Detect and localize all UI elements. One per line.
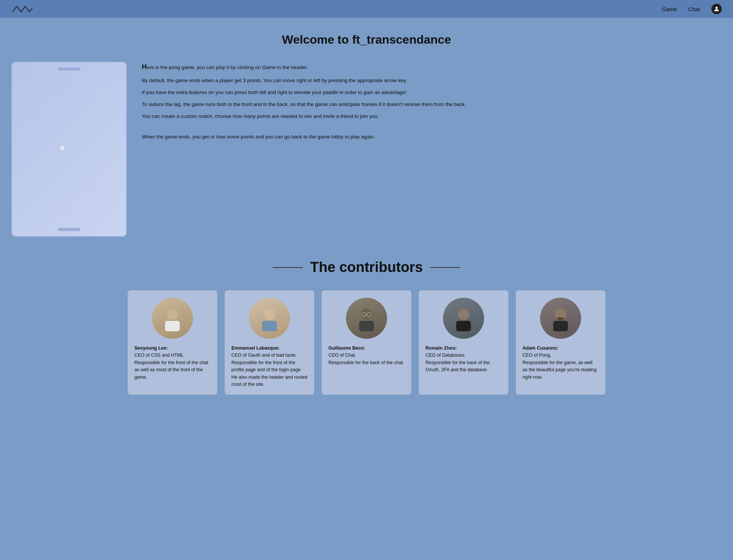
chat-nav-link[interactable]: Chat <box>688 6 700 12</box>
svg-point-22 <box>557 317 564 320</box>
pong-game-preview <box>11 62 127 237</box>
adam-desc: Responsible for the game, as well as the… <box>523 360 596 380</box>
guillaume-name: Guillaume Beco: <box>328 345 365 351</box>
intro-line-4: To reduce the lag, the game runs both in… <box>142 100 722 109</box>
emmanuel-role: CEO of Oauth and of bad taste. <box>231 353 297 358</box>
adam-role: CEO of Pong. <box>523 353 551 358</box>
pong-ball <box>60 146 65 150</box>
contributors-grid: Seoyoung Lee: CEO of CSS and HTML. Respo… <box>11 290 722 395</box>
contributors-section: The contributors Seoyoung Lee: CEO of CS… <box>11 259 722 395</box>
contributors-title: The contributors <box>310 259 423 275</box>
seoyoung-avatar <box>152 298 193 339</box>
guillaume-avatar <box>346 298 387 339</box>
emmanuel-avatar <box>249 298 290 339</box>
svg-rect-9 <box>359 321 374 331</box>
emmanuel-name: Emmanuel Labasque: <box>231 345 280 351</box>
romain-desc: Responsible for the back of the OAuth, 2… <box>425 360 490 372</box>
intro-section: Here is the pong game, you can play it b… <box>11 62 722 237</box>
profile-icon-button[interactable] <box>711 4 722 14</box>
intro-description: Here is the pong game, you can play it b… <box>142 62 722 237</box>
site-header: Game Chat <box>0 0 733 18</box>
svg-rect-21 <box>553 321 568 331</box>
intro-line-2: By default, the game ends when a player … <box>142 76 722 85</box>
adam-avatar <box>540 298 581 339</box>
title-line-left <box>273 267 303 268</box>
intro-line-3: If you have the extra features on you ca… <box>142 88 722 97</box>
seoyoung-desc: Responsible for the front of the chat as… <box>134 360 208 380</box>
emmanuel-info: Emmanuel Labasque: CEO of Oauth and of b… <box>231 345 308 388</box>
adam-name: Adam Cusanno: <box>523 345 558 351</box>
welcome-title: Welcome to ft_transcendance <box>11 33 722 47</box>
guillaume-role: CEO of Chat. <box>328 353 356 358</box>
contributors-title-row: The contributors <box>11 259 722 275</box>
romain-name: Romain Zhou: <box>425 345 457 351</box>
romain-avatar <box>443 298 484 339</box>
seoyoung-info: Seoyoung Lee: CEO of CSS and HTML. Respo… <box>134 345 210 381</box>
svg-point-4 <box>264 309 275 320</box>
seoyoung-role: CEO of CSS and HTML. <box>134 353 185 358</box>
svg-point-0 <box>715 7 718 9</box>
intro-line-5: You can create a custom match, choose ho… <box>142 112 722 121</box>
guillaume-desc: Responsible for the back of the chat. <box>328 360 404 365</box>
intro-line-6: When the game ends, you get or lose some… <box>142 133 722 141</box>
contributor-card-seoyoung: Seoyoung Lee: CEO of CSS and HTML. Respo… <box>128 290 217 395</box>
contributor-card-emmanuel: Emmanuel Labasque: CEO of Oauth and of b… <box>225 290 314 395</box>
emmanuel-desc: Responsible for the front of the profile… <box>231 360 308 387</box>
adam-info: Adam Cusanno: CEO of Pong. Responsible f… <box>523 345 599 381</box>
main-content: Welcome to ft_transcendance Here is the … <box>0 18 733 417</box>
game-nav-link[interactable]: Game <box>662 6 677 12</box>
guillaume-info: Guillaume Beco: CEO of Chat. Responsible… <box>328 345 405 366</box>
pong-paddle-bottom <box>58 228 80 231</box>
seoyoung-name: Seoyoung Lee: <box>134 345 168 351</box>
contributor-card-guillaume: Guillaume Beco: CEO of Chat. Responsible… <box>322 290 411 395</box>
svg-rect-15 <box>456 321 471 331</box>
title-line-right <box>430 267 460 268</box>
main-nav: Game Chat <box>662 4 722 14</box>
svg-rect-3 <box>165 321 180 331</box>
svg-rect-6 <box>262 321 277 331</box>
contributor-card-adam: Adam Cusanno: CEO of Pong. Responsible f… <box>516 290 605 395</box>
romain-info: Romain Zhou: CEO of Databases. Responsib… <box>425 345 502 374</box>
romain-role: CEO of Databases. <box>425 353 466 358</box>
pong-paddle-top <box>58 68 80 71</box>
svg-point-1 <box>167 309 178 320</box>
logo[interactable] <box>11 3 34 15</box>
intro-line-1: Here is the pong game, you can play it b… <box>142 62 722 73</box>
contributor-card-romain: Romain Zhou: CEO of Databases. Responsib… <box>419 290 508 395</box>
